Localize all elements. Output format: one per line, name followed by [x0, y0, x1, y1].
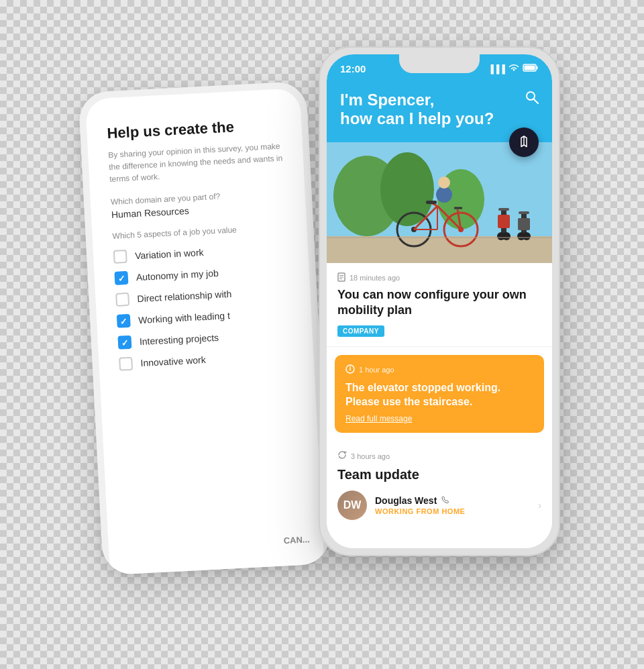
alert-title: The elevator stopped working. Please use… — [345, 381, 533, 409]
aspects-label: Which 5 aspects of a job you value — [112, 221, 287, 242]
app-greeting: I'm Spencer, how can I help you? — [340, 91, 539, 130]
checkbox-item[interactable]: Innovative work — [119, 348, 294, 371]
checkbox-label: Autonomy in my job — [136, 268, 219, 282]
checkbox-label: Working with leading t — [138, 310, 230, 325]
svg-rect-2 — [525, 66, 535, 70]
wifi-icon — [508, 64, 519, 74]
app-header: I'm Spencer, how can I help you? — [327, 84, 552, 143]
person-info: Douglas West WORKING FROM HOME — [375, 495, 530, 515]
team-person[interactable]: DW Douglas West WORKING FROM HOME — [337, 491, 541, 520]
alert-time: 1 hour ago — [359, 366, 394, 374]
news-tag-1[interactable]: COMPANY — [337, 325, 384, 337]
team-time: 3 hours ago — [351, 452, 390, 460]
person-status: WORKING FROM HOME — [375, 507, 530, 515]
survey-subtitle: By sharing your opinion in this survey, … — [108, 140, 284, 185]
svg-rect-26 — [498, 208, 509, 211]
signal-icon: ▐▐▐ — [488, 64, 505, 74]
news-title-1: You can now configure your own mobility … — [337, 287, 541, 319]
svg-rect-1 — [537, 66, 538, 70]
battery-icon — [523, 64, 539, 74]
team-meta: 3 hours ago — [337, 450, 541, 462]
svg-point-33 — [523, 232, 531, 240]
survey-screen: Help us create the By sharing your opini… — [85, 88, 325, 575]
checkbox-item[interactable]: Direct relationship with — [115, 284, 290, 307]
alert-item[interactable]: 1 hour ago The elevator stopped working.… — [335, 355, 544, 433]
svg-rect-34 — [518, 218, 530, 230]
checkbox-box[interactable] — [117, 313, 131, 327]
checkbox-box[interactable] — [117, 335, 131, 349]
person-name: Douglas West — [375, 495, 530, 506]
survey-title: Help us create the — [107, 115, 282, 142]
team-title: Team update — [337, 467, 541, 482]
status-time: 12:00 — [340, 63, 366, 74]
checkbox-item[interactable]: Autonomy in my job — [114, 262, 289, 285]
team-item[interactable]: 3 hours ago Team update DW Douglas West — [327, 441, 552, 529]
news-item-1[interactable]: 18 minutes ago You can now configure you… — [327, 263, 552, 347]
status-icons: ▐▐▐ — [488, 64, 539, 74]
phone-back: Help us create the By sharing your opini… — [78, 81, 331, 575]
phone-front: 12:00 ▐▐▐ — [319, 46, 560, 556]
phone-screen: 12:00 ▐▐▐ — [327, 54, 552, 548]
phone-icon — [441, 495, 449, 506]
checkbox-label: Interesting projects — [140, 332, 219, 347]
cancel-button[interactable]: CAN... — [283, 534, 310, 546]
checkbox-list: Variation in workAutonomy in my jobDirec… — [113, 241, 294, 370]
svg-line-4 — [534, 99, 538, 103]
checkbox-label: Variation in work — [135, 247, 204, 261]
checkbox-item[interactable]: Variation in work — [113, 241, 288, 264]
alert-meta: 1 hour ago — [345, 364, 533, 376]
search-icon[interactable] — [525, 91, 539, 107]
team-refresh-icon — [337, 450, 347, 462]
checkbox-label: Direct relationship with — [137, 289, 231, 304]
alert-info-icon — [345, 364, 355, 376]
svg-rect-7 — [327, 236, 552, 263]
checkbox-box[interactable] — [113, 250, 127, 264]
scene: Help us create the By sharing your opini… — [70, 46, 574, 623]
person-avatar: DW — [337, 491, 367, 520]
news-doc-icon — [337, 272, 345, 283]
svg-point-23 — [436, 187, 452, 203]
svg-point-28 — [502, 232, 511, 240]
svg-point-42 — [350, 366, 351, 368]
news-meta-1: 18 minutes ago — [337, 272, 541, 283]
svg-rect-22 — [426, 201, 437, 204]
news-image — [327, 142, 552, 263]
alert-read-link[interactable]: Read full message — [345, 414, 533, 423]
app-content[interactable]: 18 minutes ago You can now configure you… — [327, 142, 552, 548]
checkbox-box[interactable] — [114, 271, 128, 285]
checkbox-item[interactable]: Working with leading t — [117, 305, 292, 328]
map-fab-button[interactable] — [509, 127, 539, 157]
checkbox-box[interactable] — [115, 293, 129, 307]
svg-point-24 — [438, 176, 450, 189]
checkbox-item[interactable]: Interesting projects — [117, 327, 292, 350]
checkbox-label: Innovative work — [140, 354, 206, 368]
svg-rect-31 — [519, 211, 529, 214]
checkbox-box[interactable] — [119, 356, 133, 370]
news-time-1: 18 minutes ago — [350, 274, 400, 282]
svg-rect-29 — [498, 215, 510, 228]
chevron-right-icon: › — [538, 500, 541, 511]
svg-point-3 — [527, 92, 535, 100]
notch — [399, 54, 480, 73]
